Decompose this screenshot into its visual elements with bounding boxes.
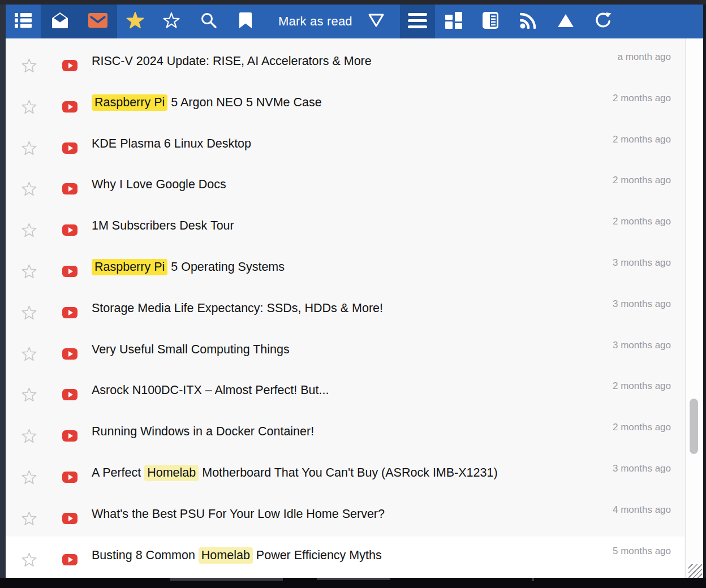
star-outline-icon[interactable]: [21, 552, 37, 567]
flag-starred-button[interactable]: [117, 5, 153, 38]
bookmark-button[interactable]: [227, 5, 264, 38]
youtube-icon: [62, 430, 78, 442]
play-glyph: [68, 227, 73, 233]
article-title[interactable]: Raspberry Pi 5 Argon NEO 5 NVMe Case: [92, 95, 322, 110]
unread-list-button[interactable]: [6, 5, 41, 38]
play-glyph: [68, 104, 73, 110]
article-title[interactable]: Very Useful Small Computing Things: [92, 342, 290, 357]
star-outline-icon[interactable]: [21, 264, 37, 279]
article-row[interactable]: Storage Media Life Expectancy: SSDs, HDD…: [6, 289, 685, 331]
dashboard-icon: [445, 12, 462, 31]
play-glyph: [68, 516, 73, 521]
article-row[interactable]: Raspberry Pi 5 Argon NEO 5 NVMe Case 2 m…: [6, 84, 685, 125]
article-time: 4 months ago: [613, 504, 671, 516]
scrollbar-thumb[interactable]: [690, 399, 698, 454]
play-glyph: [68, 392, 73, 397]
reader-view-button[interactable]: [472, 5, 510, 38]
youtube-icon: [62, 142, 78, 154]
star-outline-icon[interactable]: [21, 100, 37, 114]
article-time: 2 months ago: [613, 381, 671, 392]
refresh-button[interactable]: [584, 5, 622, 38]
article-row[interactable]: A Perfect Homelab Motherboard That You C…: [6, 454, 685, 495]
play-glyph: [68, 269, 73, 274]
star-outline-icon[interactable]: [21, 347, 37, 361]
star-outline-icon[interactable]: [21, 429, 37, 443]
obscured-text-sliver: [532, 578, 534, 581]
youtube-icon: [62, 513, 78, 524]
subscribe-button[interactable]: [510, 5, 547, 38]
article-row[interactable]: Why I Love Google Docs 2 months ago: [6, 166, 685, 207]
article-time: 2 months ago: [613, 422, 671, 433]
refresh-icon: [594, 12, 612, 31]
star-outline-icon[interactable]: [21, 387, 37, 402]
article-list-rows: RISC-V 2024 Update: RISE, AI Accelerator…: [6, 38, 685, 578]
play-glyph: [68, 310, 73, 315]
article-row[interactable]: 1M Subscribers Desk Tour 2 months ago: [6, 207, 685, 248]
article-title[interactable]: Storage Media Life Expectancy: SSDs, HDD…: [92, 301, 383, 316]
star-outline-icon[interactable]: [21, 58, 37, 73]
search-button[interactable]: [190, 5, 227, 38]
article-row[interactable]: Busting 8 Common Homelab Power Efficienc…: [6, 537, 685, 578]
scrollbar-track[interactable]: [685, 38, 703, 578]
article-row[interactable]: Running Windows in a Docker Container! 2…: [6, 413, 685, 454]
toolbar: Mark as read: [6, 5, 703, 38]
article-row[interactable]: Raspberry Pi 5 Operating Systems 3 month…: [6, 248, 685, 289]
mark-read-button[interactable]: [41, 5, 79, 38]
article-time: 2 months ago: [613, 175, 671, 186]
article-row[interactable]: KDE Plasma 6 Linux Desktop 2 months ago: [6, 125, 685, 166]
rss-icon: [520, 12, 537, 31]
layout-button[interactable]: [435, 5, 472, 38]
youtube-icon: [62, 472, 78, 483]
unflag-star-button[interactable]: [153, 5, 190, 38]
open-envelope-icon: [51, 12, 69, 31]
star-outline-icon: [162, 12, 180, 31]
resize-grip[interactable]: [688, 564, 702, 578]
star-outline-icon[interactable]: [21, 470, 37, 485]
filter-icon: [368, 13, 385, 30]
article-title[interactable]: 1M Subscribers Desk Tour: [92, 218, 234, 234]
menu-group: [400, 5, 435, 38]
article-title[interactable]: A Perfect Homelab Motherboard That You C…: [92, 465, 498, 481]
triangle-up-icon: [557, 13, 574, 30]
window-right-edge: [703, 5, 706, 578]
article-row[interactable]: RISC-V 2024 Update: RISE, AI Accelerator…: [6, 42, 685, 84]
youtube-icon: [62, 183, 78, 194]
article-title[interactable]: RISC-V 2024 Update: RISE, AI Accelerator…: [92, 54, 372, 69]
star-outline-icon[interactable]: [21, 141, 37, 155]
youtube-icon: [62, 307, 78, 318]
read-status-group: [41, 5, 117, 38]
mark-unread-button[interactable]: [79, 5, 117, 38]
youtube-icon: [62, 60, 78, 71]
star-outline-icon[interactable]: [21, 223, 37, 237]
article-title[interactable]: KDE Plasma 6 Linux Desktop: [92, 136, 251, 152]
youtube-icon: [62, 554, 78, 565]
youtube-icon: [62, 224, 78, 236]
article-title[interactable]: Asrock N100DC-ITX – Almost Perfect! But.…: [92, 383, 329, 398]
filter-button[interactable]: [361, 5, 391, 38]
play-glyph: [68, 63, 73, 68]
play-glyph: [68, 145, 73, 151]
article-time: 3 months ago: [613, 340, 671, 351]
play-glyph: [68, 433, 73, 439]
article-title[interactable]: Busting 8 Common Homelab Power Efficienc…: [92, 548, 382, 563]
youtube-icon: [62, 266, 78, 277]
obscured-text-sliver: [170, 578, 283, 581]
background-window-edge: [0, 578, 706, 588]
article-time: 3 months ago: [613, 257, 671, 269]
article-title[interactable]: Why I Love Google Docs: [92, 177, 226, 192]
menu-button[interactable]: [400, 5, 435, 38]
play-glyph: [68, 351, 73, 357]
article-time: 2 months ago: [613, 134, 671, 145]
article-title[interactable]: What's the Best PSU For Your Low Idle Ho…: [92, 507, 385, 522]
article-row[interactable]: Asrock N100DC-ITX – Almost Perfect! But.…: [6, 371, 685, 413]
star-outline-icon[interactable]: [21, 181, 37, 196]
article-row[interactable]: Very Useful Small Computing Things 3 mon…: [6, 331, 685, 372]
article-row[interactable]: What's the Best PSU For Your Low Idle Ho…: [6, 495, 685, 537]
article-title[interactable]: Raspberry Pi 5 Operating Systems: [92, 260, 285, 275]
article-time: 3 months ago: [613, 463, 671, 474]
article-title[interactable]: Running Windows in a Docker Container!: [92, 424, 314, 439]
scroll-top-button[interactable]: [547, 5, 584, 38]
star-outline-icon[interactable]: [21, 305, 37, 320]
star-filled-icon: [126, 12, 144, 31]
star-outline-icon[interactable]: [21, 511, 37, 526]
